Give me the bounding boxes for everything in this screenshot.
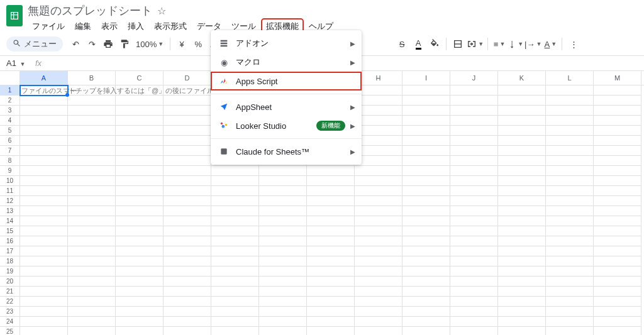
cell[interactable] (68, 186, 116, 196)
cell[interactable] (68, 106, 116, 116)
cell[interactable] (594, 206, 641, 216)
cell[interactable] (498, 106, 546, 116)
cell[interactable] (259, 186, 307, 196)
cell[interactable] (68, 206, 116, 216)
cell[interactable] (20, 297, 68, 307)
cell[interactable] (20, 246, 68, 256)
cell[interactable] (498, 85, 546, 96)
cell[interactable] (20, 106, 68, 116)
cell[interactable] (116, 317, 164, 327)
row-header[interactable]: 21 (0, 287, 20, 297)
cell[interactable] (594, 327, 641, 335)
cell[interactable] (498, 136, 546, 146)
cell[interactable] (116, 256, 164, 266)
cell[interactable] (402, 96, 450, 106)
cell[interactable] (402, 116, 450, 126)
col-header[interactable]: K (498, 71, 546, 85)
cell[interactable] (20, 287, 68, 297)
cell[interactable] (546, 277, 594, 287)
cell[interactable] (546, 266, 594, 277)
cell[interactable] (594, 156, 641, 166)
cell[interactable] (355, 287, 402, 297)
row-header[interactable]: 1 (0, 85, 20, 96)
cell[interactable] (211, 266, 259, 277)
rotate-button[interactable]: A▼ (543, 36, 558, 52)
cell[interactable] (259, 176, 307, 186)
cell[interactable] (259, 226, 307, 236)
cell[interactable] (211, 256, 259, 266)
merge-button[interactable]: ▼ (467, 36, 484, 52)
cell[interactable] (68, 196, 116, 206)
cell[interactable] (594, 266, 641, 277)
cell[interactable] (20, 256, 68, 266)
cell[interactable] (402, 176, 450, 186)
cell[interactable] (546, 236, 594, 246)
cell[interactable] (450, 176, 498, 186)
row-header[interactable]: 9 (0, 166, 20, 176)
cell[interactable] (450, 256, 498, 266)
cell[interactable] (20, 176, 68, 186)
cell[interactable] (355, 186, 402, 196)
cell[interactable] (307, 297, 355, 307)
cell[interactable] (20, 277, 68, 287)
dd-claude[interactable]: Claude for Sheets™ ▶ (211, 142, 362, 161)
cell[interactable] (307, 307, 355, 317)
cell[interactable] (20, 166, 68, 176)
cell[interactable] (68, 166, 116, 176)
cell[interactable] (68, 216, 116, 226)
cell[interactable] (546, 176, 594, 186)
cell[interactable] (164, 186, 211, 196)
cell[interactable] (498, 176, 546, 186)
text-color-button[interactable]: A (411, 36, 426, 52)
cell[interactable] (20, 216, 68, 226)
cell[interactable] (355, 126, 402, 136)
currency-button[interactable]: ¥ (174, 36, 189, 52)
cell[interactable] (259, 216, 307, 226)
cell[interactable] (20, 136, 68, 146)
cell[interactable] (355, 256, 402, 266)
row-header[interactable]: 5 (0, 126, 20, 136)
cell[interactable] (307, 287, 355, 297)
col-header[interactable]: B (68, 71, 116, 85)
cell[interactable] (164, 256, 211, 266)
cell[interactable] (402, 156, 450, 166)
sheets-app-icon[interactable] (6, 5, 23, 26)
cell[interactable] (259, 256, 307, 266)
cell[interactable] (594, 277, 641, 287)
cell[interactable] (259, 246, 307, 256)
cell[interactable] (594, 317, 641, 327)
cell[interactable] (450, 156, 498, 166)
cell[interactable] (546, 156, 594, 166)
cell[interactable] (546, 226, 594, 236)
cell[interactable] (20, 186, 68, 196)
cell[interactable] (546, 196, 594, 206)
cell[interactable] (594, 85, 641, 96)
cell[interactable] (355, 266, 402, 277)
cell[interactable] (211, 186, 259, 196)
cell[interactable] (498, 126, 546, 136)
cell[interactable] (116, 277, 164, 287)
cell[interactable] (498, 186, 546, 196)
cell[interactable] (164, 317, 211, 327)
cell[interactable] (355, 136, 402, 146)
cell[interactable] (164, 126, 211, 136)
cell[interactable] (211, 277, 259, 287)
cell[interactable] (450, 236, 498, 246)
cell[interactable] (402, 266, 450, 277)
cell[interactable] (546, 146, 594, 156)
cell[interactable] (68, 307, 116, 317)
row-header[interactable]: 25 (0, 327, 20, 335)
percent-button[interactable]: % (191, 36, 206, 52)
cell[interactable] (116, 85, 164, 96)
cell[interactable] (20, 206, 68, 216)
cell[interactable] (402, 236, 450, 246)
cell[interactable] (355, 236, 402, 246)
cell[interactable] (259, 307, 307, 317)
cell[interactable] (355, 307, 402, 317)
cell[interactable] (594, 106, 641, 116)
cell[interactable] (402, 126, 450, 136)
cell[interactable]: ファイルのスマー (20, 85, 68, 96)
cell[interactable] (164, 106, 211, 116)
cell[interactable] (594, 146, 641, 156)
cell[interactable] (594, 297, 641, 307)
